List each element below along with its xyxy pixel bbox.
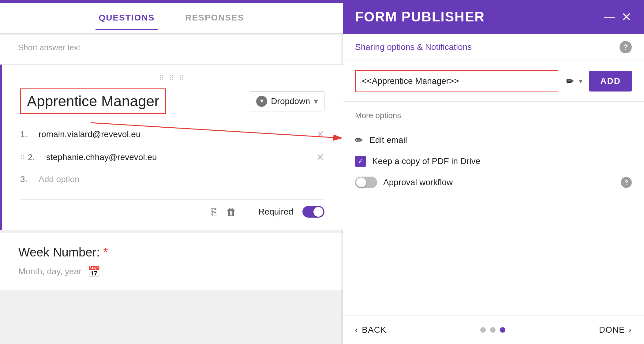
done-button[interactable]: DONE › xyxy=(599,325,632,335)
date-placeholder-text: Month, day, year xyxy=(18,267,81,276)
card-footer: ⎘ 🗑 Required xyxy=(20,199,324,218)
add-button[interactable]: ADD xyxy=(589,71,632,92)
delete-button[interactable]: 🗑 xyxy=(226,206,237,218)
keep-pdf-checkbox[interactable]: ✓ xyxy=(355,156,366,167)
approval-workflow-toggle[interactable] xyxy=(355,177,377,188)
more-options-label: More options xyxy=(355,111,632,120)
edit-dropdown-button[interactable]: ▾ xyxy=(577,74,584,88)
required-label: Required xyxy=(258,207,293,217)
publisher-subheader: Sharing options & Notifications ? xyxy=(343,34,644,61)
required-toggle[interactable] xyxy=(302,206,324,218)
option-text-2: stephanie.chhay@revevol.eu xyxy=(46,152,316,162)
week-number-title: Week Number: * xyxy=(18,245,324,259)
list-item: ⠿ 2. stephanie.chhay@revevol.eu ✕ xyxy=(20,146,324,169)
recipient-area: ✏ ▾ ADD xyxy=(343,61,644,102)
dropdown-circle-icon: ▼ xyxy=(256,96,267,107)
back-label: BACK xyxy=(362,325,386,335)
remove-option-1-button[interactable]: ✕ xyxy=(316,129,324,140)
week-number-section: Week Number: * Month, day, year 📅 xyxy=(0,233,343,290)
publisher-header: FORM PUBLISHER — ✕ xyxy=(343,0,644,34)
question-type-label: Dropdown xyxy=(271,96,310,106)
publisher-title: FORM PUBLISHER xyxy=(355,9,485,24)
question-card: ⠿ ⠿ ⠿ Apprentice Manager ▼ Dropdown ▾ 1.… xyxy=(0,65,343,230)
short-answer-placeholder: Short answer text xyxy=(18,43,171,55)
edit-pencil-button[interactable]: ✏ xyxy=(563,73,577,90)
pagination-dot-1 xyxy=(480,327,486,333)
edit-email-label: Edit email xyxy=(369,135,632,145)
close-button[interactable]: ✕ xyxy=(621,10,632,24)
help-icon-button[interactable]: ? xyxy=(620,41,632,53)
remove-option-2-button[interactable]: ✕ xyxy=(316,151,324,163)
option-number-1: 1. xyxy=(20,129,32,139)
approval-workflow-label: Approval workflow xyxy=(383,178,615,187)
tab-responses[interactable]: RESPONSES xyxy=(182,7,247,30)
chevron-down-icon: ▾ xyxy=(314,96,318,106)
duplicate-button[interactable]: ⎘ xyxy=(211,206,217,218)
pagination-dot-3 xyxy=(500,327,505,333)
pagination-dot-2 xyxy=(490,327,496,333)
done-label: DONE xyxy=(599,325,625,335)
edit-pencil-icon: ✏ xyxy=(355,134,363,146)
keep-pdf-row: ✓ Keep a copy of PDF in Drive xyxy=(355,151,632,172)
calendar-icon: 📅 xyxy=(88,265,100,278)
approval-help-icon[interactable]: ? xyxy=(621,177,632,188)
tab-questions[interactable]: QUESTIONS xyxy=(95,7,158,30)
edit-btn-group: ✏ ▾ xyxy=(563,73,584,90)
header-actions: — ✕ xyxy=(604,10,632,24)
recipient-input[interactable] xyxy=(355,70,558,92)
required-asterisk: * xyxy=(103,245,108,259)
question-title: Apprentice Manager xyxy=(20,88,166,114)
minimize-button[interactable]: — xyxy=(604,11,615,22)
week-number-label: Week Number: xyxy=(18,245,100,259)
approval-workflow-row: Approval workflow ? xyxy=(355,172,632,193)
option-text-1: romain.vialard@revevol.eu xyxy=(39,129,316,139)
more-options-section: More options ✏ Edit email ✓ Keep a copy … xyxy=(343,102,644,202)
forms-panel: QUESTIONS RESPONSES Short answer text ⠿ … xyxy=(0,0,343,344)
publisher-panel: FORM PUBLISHER — ✕ Sharing options & Not… xyxy=(343,0,644,344)
toggle-knob-small xyxy=(356,178,366,187)
drag-handle: ⠿ ⠿ ⠿ xyxy=(20,74,324,82)
list-item: 1. romain.vialard@revevol.eu ✕ xyxy=(20,123,324,146)
forms-content: Short answer text ⠿ ⠿ ⠿ Apprentice Manag… xyxy=(0,34,343,344)
options-list: 1. romain.vialard@revevol.eu ✕ ⠿ 2. step… xyxy=(20,123,324,190)
divider xyxy=(246,206,246,218)
edit-email-row: ✏ Edit email xyxy=(355,129,632,151)
date-placeholder: Month, day, year 📅 xyxy=(18,265,324,278)
add-option-text: Add option xyxy=(39,174,324,184)
back-button[interactable]: ‹ BACK xyxy=(355,325,387,335)
publisher-footer: ‹ BACK DONE › xyxy=(343,316,644,344)
sharing-options-label: Sharing options & Notifications xyxy=(355,42,472,52)
drag-dots-icon: ⠿ xyxy=(20,154,25,161)
back-chevron-icon: ‹ xyxy=(355,325,358,335)
done-chevron-icon: › xyxy=(629,325,632,335)
option-number-3: 3. xyxy=(20,174,32,184)
question-header: Apprentice Manager ▼ Dropdown ▾ xyxy=(20,88,324,114)
question-type-selector[interactable]: ▼ Dropdown ▾ xyxy=(250,91,324,111)
option-number-2: 2. xyxy=(28,152,40,162)
keep-pdf-label: Keep a copy of PDF in Drive xyxy=(372,156,632,166)
question-card-wrapper: ⠿ ⠿ ⠿ Apprentice Manager ▼ Dropdown ▾ 1.… xyxy=(0,65,343,230)
short-answer-section: Short answer text xyxy=(0,34,343,65)
toggle-knob xyxy=(313,207,323,217)
list-item[interactable]: 3. Add option xyxy=(20,169,324,190)
pagination-dots xyxy=(480,327,505,333)
